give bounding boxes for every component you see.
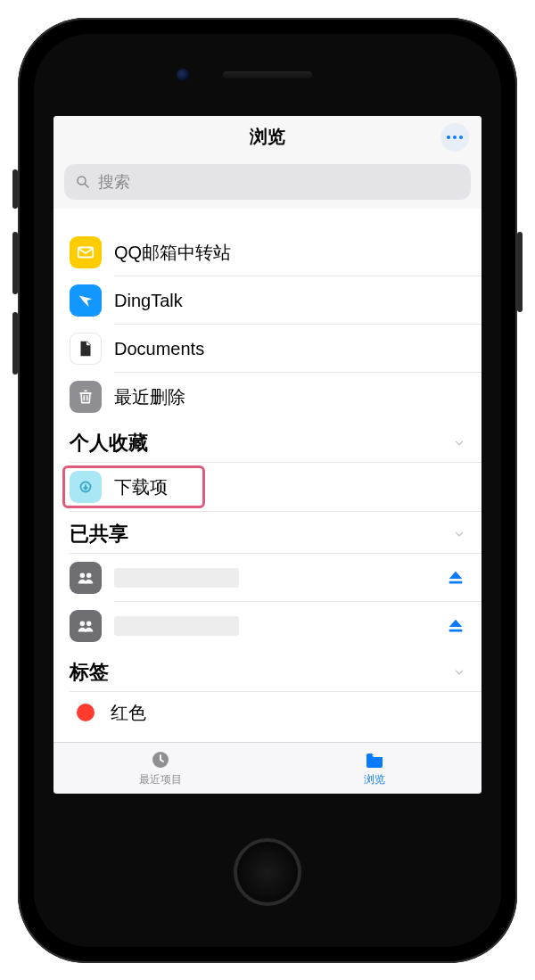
svg-point-4 [80,573,86,579]
location-label: Documents [114,339,204,359]
location-label: DingTalk [114,291,183,311]
eject-button[interactable] [446,568,465,588]
front-camera [177,69,189,81]
earpiece-speaker [223,71,312,78]
home-button[interactable] [234,838,301,906]
section-title: 已共享 [70,521,128,548]
search-icon [75,174,91,190]
svg-point-7 [80,622,86,627]
volume-down-button [12,312,18,375]
location-row-documents[interactable]: Documents [54,325,482,373]
shared-group-icon [70,562,102,594]
svg-point-0 [78,177,86,185]
screen: 浏览 [54,116,482,794]
shared-row-1[interactable] [54,554,482,602]
mute-switch [12,169,18,209]
chevron-down-icon [453,661,465,684]
favorite-label: 下载项 [114,475,168,499]
location-row-qqmail[interactable]: QQ邮箱中转站 [54,228,482,276]
eject-button[interactable] [446,616,465,636]
downloads-folder-icon [70,471,102,503]
volume-up-button [12,232,18,294]
search-container [54,159,482,209]
more-options-button[interactable] [440,123,469,152]
tag-color-dot [77,704,95,721]
section-title: 标签 [70,659,109,686]
svg-line-1 [85,184,88,187]
location-label: QQ邮箱中转站 [114,241,231,265]
section-header-shared[interactable]: 已共享 [54,512,482,553]
trash-icon [70,381,102,413]
power-button [517,232,523,312]
documents-icon [70,333,102,365]
location-row-trash[interactable]: 最近删除 [54,373,482,421]
shared-item-label [114,568,239,588]
chevron-down-icon [453,523,465,546]
svg-rect-9 [449,630,463,632]
section-title: 个人收藏 [70,430,148,457]
clock-icon [148,749,173,770]
search-field[interactable] [64,164,471,200]
chevron-down-icon [453,432,465,455]
tab-browse[interactable]: 浏览 [268,743,482,794]
content-area: QQ邮箱中转站 DingTalk Documents [54,209,482,742]
tag-label: 红色 [111,701,146,725]
tab-label: 最近项目 [139,772,182,787]
ellipsis-icon [447,136,463,139]
svg-point-5 [86,573,92,579]
section-header-tags[interactable]: 标签 [54,650,482,691]
svg-rect-6 [449,581,463,584]
svg-point-8 [86,622,92,627]
shared-group-icon [70,610,102,642]
tab-bar: 最近项目 浏览 [54,742,482,794]
tab-recent[interactable]: 最近项目 [54,743,268,794]
phone-device-frame: 浏览 [18,18,517,963]
section-header-favorites[interactable]: 个人收藏 [54,421,482,462]
shared-item-label [114,616,239,636]
shared-row-2[interactable] [54,602,482,650]
tab-label: 浏览 [364,772,385,787]
sensor-bar [34,34,501,116]
location-row-dingtalk[interactable]: DingTalk [54,276,482,325]
phone-bezel: 浏览 [34,34,501,947]
search-input[interactable] [98,173,460,192]
mail-icon [70,236,102,268]
favorite-row-downloads[interactable]: 下载项 [54,463,482,511]
tag-row-red[interactable]: 红色 [54,692,482,733]
folder-icon [362,749,387,770]
dingtalk-icon [70,284,102,317]
navigation-bar: 浏览 [54,116,482,159]
page-title: 浏览 [250,125,285,149]
location-label: 最近删除 [114,385,185,409]
